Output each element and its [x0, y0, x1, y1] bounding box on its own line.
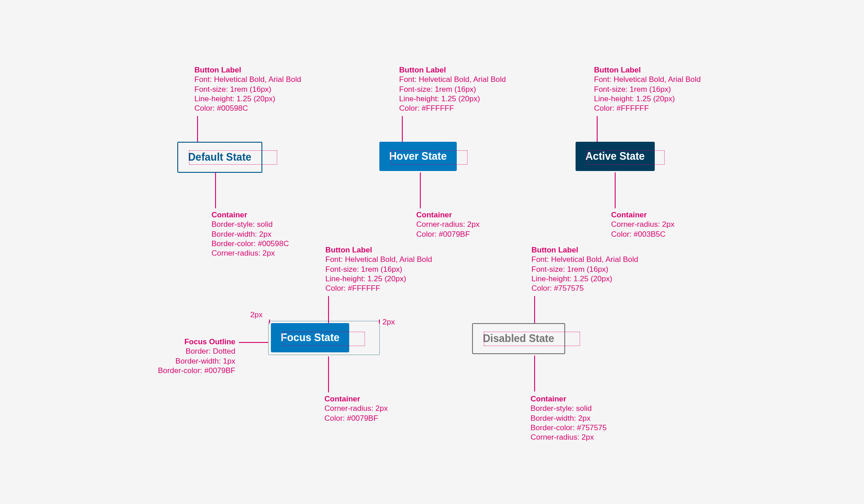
- active-label-font: Font: Helvetical Bold, Arial Bold: [594, 75, 701, 84]
- focus-button-label: Focus State: [281, 332, 339, 343]
- hover-container-l2: Color: #0079BF: [416, 230, 480, 239]
- hover-label-color: Color: #FFFFFF: [399, 104, 506, 113]
- default-state-button[interactable]: Default State: [177, 142, 262, 173]
- default-container-l1: Border-style: solid: [212, 220, 289, 229]
- disabled-label-color: Color: #757575: [531, 284, 638, 293]
- default-label-color: Color: #00598C: [194, 104, 301, 113]
- default-container-l2: Border-width: 2px: [212, 230, 289, 239]
- focus-outline-head: Focus Outline: [145, 337, 235, 346]
- guide-line: [328, 356, 329, 392]
- default-label-head: Button Label: [194, 65, 301, 75]
- focus-label-head: Button Label: [325, 245, 432, 255]
- focus-gap-left-label: 2px: [250, 310, 262, 320]
- active-container-l2: Color: #003B5C: [611, 230, 675, 239]
- guide-line: [615, 172, 616, 208]
- default-label-lh: Line-height: 1.25 (20px): [194, 94, 301, 104]
- active-label-color: Color: #FFFFFF: [594, 104, 701, 113]
- disabled-button-label: Disabled State: [483, 333, 554, 344]
- active-container-anno: Container Corner-radius: 2px Color: #003…: [611, 210, 675, 239]
- active-state-button[interactable]: Active State: [576, 142, 655, 171]
- default-button-label: Default State: [188, 151, 252, 163]
- disabled-container-l4: Corner-radius: 2px: [531, 432, 607, 442]
- hover-label-head: Button Label: [399, 65, 506, 75]
- hover-label-size: Font-size: 1rem (16px): [399, 85, 506, 94]
- hover-label-lh: Line-height: 1.25 (20px): [399, 94, 506, 104]
- default-label-anno: Button Label Font: Helvetical Bold, Aria…: [194, 65, 301, 113]
- focus-container-l1: Corner-radius: 2px: [324, 404, 388, 413]
- focus-outline-l2: Border-width: 1px: [145, 356, 235, 366]
- active-label-head: Button Label: [594, 65, 701, 75]
- default-label-font: Font: Helvetical Bold, Arial Bold: [194, 75, 301, 84]
- guide-line: [239, 342, 268, 343]
- focus-state-button[interactable]: Focus State: [271, 323, 349, 352]
- focus-container-anno: Container Corner-radius: 2px Color: #007…: [324, 394, 388, 423]
- disabled-container-l3: Border-color: #757575: [531, 423, 607, 432]
- disabled-label-lh: Line-height: 1.25 (20px): [531, 274, 638, 284]
- focus-container-head: Container: [324, 394, 388, 404]
- guide-line: [534, 356, 535, 392]
- focus-label-font: Font: Helvetical Bold, Arial Bold: [325, 255, 432, 264]
- hover-container-l1: Corner-radius: 2px: [416, 220, 480, 229]
- active-container-l1: Corner-radius: 2px: [611, 220, 675, 229]
- disabled-container-l1: Border-style: solid: [531, 404, 607, 413]
- hover-container-head: Container: [416, 210, 480, 220]
- disabled-container-head: Container: [531, 394, 607, 404]
- disabled-container-anno: Container Border-style: solid Border-wid…: [531, 394, 607, 442]
- focus-label-anno: Button Label Font: Helvetical Bold, Aria…: [325, 245, 432, 293]
- focus-gap-right-label: 2px: [382, 318, 395, 327]
- active-label-anno: Button Label Font: Helvetical Bold, Aria…: [594, 65, 701, 113]
- guide-line: [420, 172, 421, 208]
- default-container-l3: Border-color: #00598C: [212, 239, 289, 248]
- default-container-l4: Corner-radius: 2px: [212, 248, 289, 258]
- active-label-lh: Line-height: 1.25 (20px): [594, 94, 701, 104]
- focus-label-size: Font-size: 1rem (16px): [325, 265, 432, 274]
- guide-line: [215, 172, 216, 208]
- disabled-label-anno: Button Label Font: Helvetical Bold, Aria…: [531, 245, 638, 293]
- active-button-label: Active State: [585, 150, 645, 162]
- active-label-size: Font-size: 1rem (16px): [594, 85, 701, 94]
- disabled-container-l2: Border-width: 2px: [531, 414, 607, 423]
- disabled-label-head: Button Label: [531, 245, 638, 255]
- default-label-size: Font-size: 1rem (16px): [194, 85, 301, 94]
- hover-button-label: Hover State: [389, 150, 447, 162]
- default-container-head: Container: [212, 210, 289, 220]
- hover-state-button[interactable]: Hover State: [379, 142, 457, 171]
- focus-label-color: Color: #FFFFFF: [325, 284, 432, 293]
- default-container-anno: Container Border-style: solid Border-wid…: [212, 210, 289, 258]
- hover-label-font: Font: Helvetical Bold, Arial Bold: [399, 75, 506, 84]
- hover-label-anno: Button Label Font: Helvetical Bold, Aria…: [399, 65, 506, 113]
- active-container-head: Container: [611, 210, 675, 220]
- focus-outline-l1: Border: Dotted: [145, 346, 235, 356]
- hover-container-anno: Container Corner-radius: 2px Color: #007…: [416, 210, 480, 239]
- disabled-label-font: Font: Helvetical Bold, Arial Bold: [531, 255, 638, 264]
- focus-container-l2: Color: #0079BF: [324, 414, 388, 423]
- focus-label-lh: Line-height: 1.25 (20px): [325, 274, 432, 284]
- disabled-state-button: Disabled State: [472, 323, 565, 354]
- guide-line: [379, 320, 380, 324]
- focus-outline-anno: Focus Outline Border: Dotted Border-widt…: [145, 337, 235, 375]
- disabled-label-size: Font-size: 1rem (16px): [531, 265, 638, 274]
- guide-line: [269, 320, 270, 324]
- focus-outline-l3: Border-color: #0079BF: [145, 366, 235, 375]
